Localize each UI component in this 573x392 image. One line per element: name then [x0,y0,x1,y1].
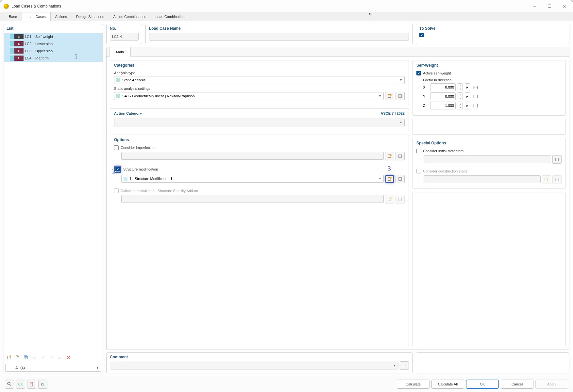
list-label: Platform [35,56,49,60]
annotation-1: 1 [74,52,78,60]
list-code: LC2 [25,42,34,46]
tab-load-combinations[interactable]: Load Combinations [151,12,191,21]
standard-label: ASCE 7 | 2022 [381,111,405,115]
z-unit: [--] [473,104,478,107]
special-options-title: Special Options [416,141,562,145]
no-input[interactable] [110,33,139,41]
list-filter-combo[interactable]: All (4) ▼ [5,364,101,372]
app-icon [4,4,9,9]
search-icon-button[interactable] [5,380,14,389]
svg-rect-15 [399,95,402,98]
y-label: Y [423,94,428,98]
list-item[interactable]: D LC1 Self-weight [4,33,103,40]
consider-imperfection-checkbox[interactable] [114,145,119,150]
y-unit: [--] [473,94,478,98]
svg-rect-7 [17,356,19,359]
svg-point-30 [8,382,10,385]
static-settings-combo[interactable]: SA1 - Geometrically linear | Newton-Raph… [114,92,384,100]
solve-checkbox[interactable] [419,33,424,37]
list-item[interactable]: L LC2 Lower slab [4,40,103,47]
initial-state-checkbox[interactable] [416,149,421,153]
active-self-weight-checkbox[interactable] [416,71,421,75]
svg-rect-1 [548,5,551,8]
chevron-down-icon: ▼ [379,177,381,180]
cursor-icon: ↖ [369,11,373,17]
comment-combo[interactable]: ▼ [110,362,398,369]
minimize-button[interactable] [527,1,542,11]
z-input[interactable] [430,102,456,109]
sub-tab-main[interactable]: Main [109,47,131,57]
chevron-down-icon: ▼ [399,121,402,124]
close-button[interactable] [557,1,572,11]
edit-imperfection-button[interactable] [396,152,405,160]
tab-load-cases[interactable]: Load Cases [22,12,51,21]
y-go-button[interactable]: ▶ [465,92,470,100]
critical-combo [121,195,384,203]
calculate-button[interactable]: Calculate [397,380,430,389]
solve-label: To Solve [419,26,566,31]
new-structure-mod-button[interactable] [385,175,394,183]
calculate-all-button[interactable]: Calculate All [431,380,464,389]
svg-text:0.00: 0.00 [18,382,23,386]
copy-item-button[interactable] [14,353,22,361]
tab-design-situations[interactable]: Design Situations [72,12,109,21]
annotation-2: 2 [112,167,116,175]
analysis-type-label: Analysis type [114,71,405,75]
ok-button[interactable]: OK [466,380,499,389]
x-input[interactable] [430,83,456,91]
report-icon-button[interactable] [27,380,36,389]
options-title: Options [114,138,405,142]
copy-special-button[interactable] [22,353,30,361]
svg-rect-18 [399,155,402,158]
comment-title: Comment [110,355,409,359]
edit-structure-mod-button[interactable] [396,175,405,183]
name-input[interactable] [149,33,409,41]
edit-comment-button[interactable] [400,361,409,370]
main-tabs: Base Load Cases Actions Design Situation… [0,12,573,21]
units-icon-button[interactable]: 0.00 [16,380,25,389]
factor-direction-label: Factor in direction [423,78,562,82]
function-icon-button[interactable]: fx [38,380,47,389]
x-unit: [--] [473,85,478,89]
new-imperfection-button[interactable] [385,152,394,160]
consider-imperfection-label: Consider imperfection [121,146,156,150]
list-item[interactable]: L LC3 Upper slab [4,47,103,55]
z-label: Z [423,104,428,107]
z-spinner[interactable]: ▲▼ [458,102,463,109]
new-settings-button[interactable] [385,92,394,100]
list-header: List [4,24,103,33]
x-go-button[interactable]: ▶ [465,83,470,91]
tab-action-combinations[interactable]: Action Combinations [109,12,151,21]
list-label: Lower slab [35,42,53,46]
new-item-button[interactable] [5,353,13,361]
construction-stage-combo [424,175,541,183]
svg-point-20 [390,177,392,179]
new-critical-button [385,195,394,204]
maximize-button[interactable] [542,1,557,11]
structure-modification-combo[interactable]: 1 - Structure Modification 1 ▼ [121,175,384,183]
calc-critical-checkbox [114,188,119,193]
delete-button[interactable] [65,353,73,361]
tab-base[interactable]: Base [4,12,22,21]
x-spinner[interactable]: ▲▼ [458,83,463,91]
check-all-button [31,353,39,361]
annotation-3: 3 [387,164,391,173]
y-input[interactable] [430,92,456,100]
cancel-button[interactable]: Cancel [501,380,533,389]
list-item[interactable]: L LC4 Platform [4,55,103,62]
edit-settings-button[interactable] [396,92,405,100]
calc-critical-label: Calculate critical load | Structure Stab… [121,189,198,193]
y-spinner[interactable]: ▲▼ [458,92,463,100]
svg-rect-21 [399,178,402,181]
action-category-combo[interactable]: ▼ [114,119,405,126]
categories-title: Categories [114,63,405,68]
svg-rect-6 [16,356,18,358]
analysis-type-combo[interactable]: Static Analysis ▼ [114,76,405,84]
edit-initial-state-button[interactable] [552,155,562,164]
window-title: Load Cases & Combinations [11,4,527,8]
svg-text:fx: fx [41,382,44,386]
svg-point-27 [547,178,548,179]
z-go-button[interactable]: ▶ [465,102,470,109]
structure-modification-checkbox[interactable] [115,167,120,172]
tab-actions[interactable]: Actions [51,12,72,21]
